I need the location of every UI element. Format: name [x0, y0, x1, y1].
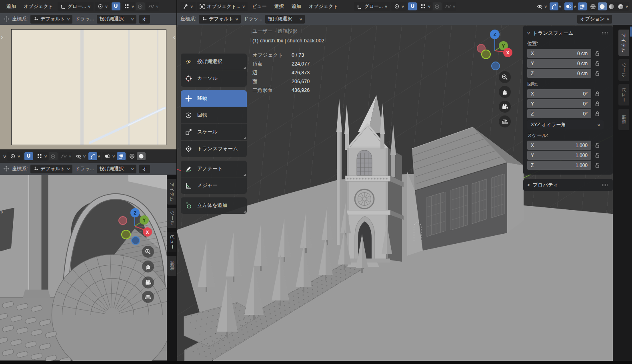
tab-item[interactable]: アイテム — [618, 30, 629, 56]
scale-x-field[interactable]: X1.000 — [527, 141, 591, 150]
tool-lasso-select[interactable]: 投げ縄選択 — [181, 54, 247, 70]
tab-item[interactable]: アイテム — [167, 179, 176, 205]
snap-with-dropdown[interactable]: ∨ — [34, 152, 48, 161]
viewport-b-content[interactable]: Z Y X アイテム ツール ビュー 編集 › — [0, 175, 176, 361]
zoom-button[interactable] — [499, 71, 511, 83]
pivot-dropdown[interactable]: ∨ — [391, 2, 407, 11]
tab-view[interactable]: ビュー — [618, 84, 629, 105]
axis-neg-x-ball[interactable] — [118, 216, 127, 225]
rotation-z-field[interactable]: Z0° — [527, 109, 591, 118]
camera-view-button[interactable] — [142, 276, 154, 288]
rendered-shading-icon[interactable] — [616, 2, 625, 10]
axis-neg-y-ball[interactable] — [121, 230, 131, 239]
axis-y-ball[interactable]: Y — [140, 215, 149, 225]
camera-view-button[interactable] — [499, 101, 511, 113]
lock-scale-z[interactable] — [595, 163, 600, 168]
menu-select[interactable]: 選択 — [271, 2, 287, 11]
axis-z-ball[interactable]: Z — [490, 30, 500, 39]
tool-rotate[interactable]: 回転 — [181, 107, 247, 123]
viewport-a-content[interactable]: › ‹ — [0, 25, 176, 149]
proportional-edit-toggle[interactable] — [433, 2, 442, 10]
lock-scale-x[interactable] — [595, 143, 600, 148]
select-mode-dropdown[interactable]: 投げ縄選択∨ — [97, 15, 137, 24]
falloff-dropdown[interactable]: ∨ — [59, 152, 72, 161]
axis-x-ball[interactable]: X — [143, 227, 152, 237]
snap-with-dropdown[interactable]: ∨ — [122, 2, 135, 11]
solid-shading-icon[interactable] — [598, 2, 607, 10]
location-x-field[interactable]: X0 cm — [527, 49, 591, 58]
lock-location-z[interactable] — [595, 71, 600, 76]
snap-toggle[interactable] — [24, 152, 33, 160]
rotation-mode-dropdown[interactable]: XYZ オイラー角∨ — [527, 120, 604, 129]
lock-rotation-y[interactable] — [595, 101, 600, 107]
location-z-field[interactable]: Z0 cm — [527, 69, 591, 78]
rotation-y-field[interactable]: Y0° — [527, 99, 591, 108]
view-axis-gizmo[interactable]: Z Y X — [471, 25, 515, 73]
lock-location-x[interactable] — [595, 51, 600, 56]
proportional-edit-toggle[interactable] — [136, 2, 145, 10]
tool-transform[interactable]: トランスフォーム — [181, 141, 247, 157]
material-shading-icon[interactable] — [607, 2, 616, 10]
proportional-edit-toggle[interactable] — [49, 152, 58, 160]
toolbar-expand-arrow[interactable]: › — [1, 34, 3, 40]
gizmos-dropdown[interactable]: ∨ — [88, 152, 101, 161]
overlays-dropdown[interactable]: ∨ — [564, 2, 577, 11]
menu-view[interactable]: ビュー — [249, 2, 270, 11]
xray-toggle[interactable] — [117, 152, 126, 160]
properties-panel-header[interactable]: ∨ プロパティ — [527, 181, 609, 189]
panel-drag-handle[interactable] — [602, 184, 609, 187]
lock-rotation-z[interactable] — [595, 111, 600, 117]
pan-hand-button[interactable] — [142, 261, 154, 273]
orientation-dropdown[interactable]: グロー...∨ — [354, 2, 390, 11]
snap-toggle[interactable] — [408, 2, 417, 10]
pan-hand-button[interactable] — [499, 86, 511, 98]
menu-object[interactable]: オブジェクト — [306, 2, 342, 11]
coord-default-dropdown[interactable]: デフォルト∨ — [30, 165, 72, 173]
solid-shading-icon[interactable] — [137, 152, 146, 160]
axis-neg-z-ball[interactable] — [491, 62, 500, 70]
tool-cursor[interactable]: カーソル — [181, 70, 247, 87]
axis-z-ball[interactable]: Z — [130, 208, 140, 217]
tab-view[interactable]: ビュー — [167, 232, 176, 252]
scale-y-field[interactable]: Y1.000 — [527, 151, 591, 160]
tab-tool[interactable]: ツール — [167, 208, 176, 228]
tool-annotate[interactable]: アノテート — [181, 161, 247, 177]
panel-drag-handle[interactable] — [602, 32, 609, 35]
tab-tool[interactable]: ツール — [618, 59, 629, 81]
tool-scale[interactable]: スケール — [181, 124, 247, 140]
visibility-dropdown[interactable]: ∨ — [534, 2, 548, 11]
tool-measure[interactable]: メジャー — [181, 177, 247, 194]
ortho-grid-button[interactable] — [142, 291, 154, 303]
viewport-main-content[interactable]: 投げ縄選択 カーソル 移動 回転 — [177, 25, 632, 361]
snap-with-dropdown[interactable]: ∨ — [418, 2, 431, 11]
editor-type-button[interactable]: ∨ — [180, 2, 196, 11]
axis-neg-z-ball[interactable] — [131, 236, 140, 245]
gizmos-dropdown[interactable]: ∨ — [549, 2, 562, 11]
mode-dropdown[interactable]: オブジェクト...∨ — [197, 2, 248, 11]
axis-neg-y-ball[interactable] — [481, 50, 491, 59]
pivot-dropdown[interactable]: ∨ — [95, 2, 110, 11]
view-axis-gizmo[interactable]: Z Y X — [116, 207, 160, 251]
tool-move[interactable]: 移動 — [181, 90, 247, 107]
pivot-dropdown[interactable]: ∨ — [7, 152, 23, 161]
lock-location-y[interactable] — [595, 61, 600, 66]
menu-add[interactable]: 追加 — [288, 2, 304, 11]
select-mode-dropdown[interactable]: 投げ縄選択∨ — [97, 165, 137, 173]
panel-scrollbar[interactable] — [630, 26, 632, 37]
scale-z-field[interactable]: Z1.000 — [527, 161, 591, 170]
collapsed-menu-chevron[interactable]: ∨ — [3, 154, 7, 159]
overlays-dropdown[interactable]: ∨ — [102, 152, 116, 161]
wireframe-shading-icon[interactable] — [589, 2, 598, 10]
menu-add[interactable]: 追加 — [3, 2, 19, 11]
ortho-grid-button[interactable] — [499, 115, 511, 127]
tab-edit[interactable]: 編集 — [167, 256, 176, 276]
snap-toggle[interactable] — [112, 2, 120, 10]
tab-edit[interactable]: 編集 — [618, 109, 629, 130]
tool-add-cube[interactable]: 立方体を追加 — [181, 197, 247, 214]
options-cut-dropdown[interactable]: オ — [139, 165, 150, 173]
options-cut-dropdown[interactable]: オ — [139, 15, 150, 24]
orientation-dropdown[interactable]: グロー...∨ — [58, 2, 94, 11]
lock-rotation-x[interactable] — [595, 91, 600, 97]
falloff-dropdown[interactable]: ∨ — [443, 2, 456, 11]
coord-default-dropdown[interactable]: デフォルト∨ — [199, 15, 241, 24]
